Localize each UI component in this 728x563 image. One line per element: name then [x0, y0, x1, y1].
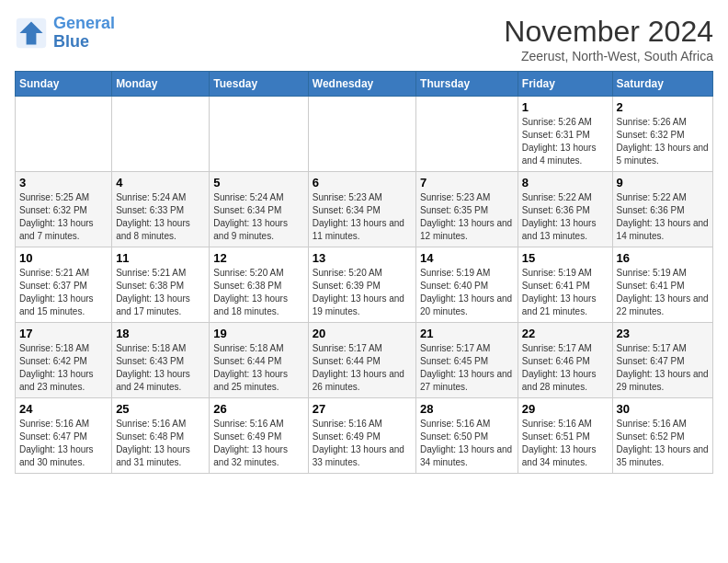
day-number: 13	[313, 251, 412, 265]
day-info: Sunrise: 5:26 AM Sunset: 6:31 PM Dayligh…	[522, 116, 609, 167]
month-title: November 2024	[504, 15, 713, 49]
calendar-cell: 12Sunrise: 5:20 AM Sunset: 6:38 PM Dayli…	[210, 247, 308, 323]
day-info: Sunrise: 5:17 AM Sunset: 6:47 PM Dayligh…	[617, 342, 709, 394]
calendar-cell: 23Sunrise: 5:17 AM Sunset: 6:47 PM Dayli…	[612, 323, 712, 398]
day-info: Sunrise: 5:19 AM Sunset: 6:40 PM Dayligh…	[420, 267, 514, 318]
day-number: 12	[213, 251, 303, 265]
calendar-cell: 25Sunrise: 5:16 AM Sunset: 6:48 PM Dayli…	[112, 398, 210, 474]
day-number: 16	[617, 251, 709, 265]
location: Zeerust, North-West, South Africa	[504, 49, 713, 63]
calendar-table: SundayMondayTuesdayWednesdayThursdayFrid…	[15, 71, 713, 474]
calendar-cell: 16Sunrise: 5:19 AM Sunset: 6:41 PM Dayli…	[612, 247, 712, 323]
day-number: 21	[420, 327, 514, 340]
calendar-cell: 26Sunrise: 5:16 AM Sunset: 6:49 PM Dayli…	[210, 398, 308, 474]
day-number: 25	[116, 402, 205, 416]
logo-icon	[15, 17, 48, 50]
day-header-monday: Monday	[112, 72, 210, 97]
day-info: Sunrise: 5:23 AM Sunset: 6:34 PM Dayligh…	[313, 191, 412, 243]
calendar-cell: 29Sunrise: 5:16 AM Sunset: 6:51 PM Dayli…	[518, 398, 612, 474]
day-number: 18	[116, 327, 205, 340]
logo: General Blue	[15, 15, 115, 52]
day-info: Sunrise: 5:18 AM Sunset: 6:43 PM Dayligh…	[116, 342, 205, 394]
day-number: 27	[313, 402, 412, 416]
day-number: 19	[213, 327, 303, 340]
calendar-week-3: 10Sunrise: 5:21 AM Sunset: 6:37 PM Dayli…	[16, 247, 713, 323]
calendar-cell: 14Sunrise: 5:19 AM Sunset: 6:40 PM Dayli…	[416, 247, 518, 323]
day-info: Sunrise: 5:22 AM Sunset: 6:36 PM Dayligh…	[617, 191, 709, 243]
day-header-wednesday: Wednesday	[308, 72, 415, 97]
calendar-cell	[112, 97, 210, 172]
day-number: 29	[522, 402, 609, 416]
day-number: 14	[420, 251, 514, 265]
calendar-body: 1Sunrise: 5:26 AM Sunset: 6:31 PM Daylig…	[16, 97, 713, 474]
calendar-week-1: 1Sunrise: 5:26 AM Sunset: 6:31 PM Daylig…	[16, 97, 713, 172]
day-info: Sunrise: 5:20 AM Sunset: 6:39 PM Dayligh…	[313, 267, 412, 318]
calendar-cell: 9Sunrise: 5:22 AM Sunset: 6:36 PM Daylig…	[612, 172, 712, 247]
calendar-week-5: 24Sunrise: 5:16 AM Sunset: 6:47 PM Dayli…	[16, 398, 713, 474]
day-header-tuesday: Tuesday	[210, 72, 308, 97]
day-number: 11	[116, 251, 205, 265]
calendar-cell: 8Sunrise: 5:22 AM Sunset: 6:36 PM Daylig…	[518, 172, 612, 247]
day-number: 7	[420, 176, 514, 190]
day-info: Sunrise: 5:17 AM Sunset: 6:45 PM Dayligh…	[420, 342, 514, 394]
calendar-cell: 22Sunrise: 5:17 AM Sunset: 6:46 PM Dayli…	[518, 323, 612, 398]
calendar-cell	[416, 97, 518, 172]
calendar-cell: 5Sunrise: 5:24 AM Sunset: 6:34 PM Daylig…	[210, 172, 308, 247]
day-number: 22	[522, 327, 609, 340]
day-info: Sunrise: 5:24 AM Sunset: 6:34 PM Dayligh…	[213, 191, 303, 243]
day-number: 20	[313, 327, 412, 340]
day-info: Sunrise: 5:16 AM Sunset: 6:50 PM Dayligh…	[420, 418, 514, 469]
day-number: 9	[617, 176, 709, 190]
calendar-cell: 17Sunrise: 5:18 AM Sunset: 6:42 PM Dayli…	[16, 323, 112, 398]
calendar-week-2: 3Sunrise: 5:25 AM Sunset: 6:32 PM Daylig…	[16, 172, 713, 247]
day-info: Sunrise: 5:23 AM Sunset: 6:35 PM Dayligh…	[420, 191, 514, 243]
day-info: Sunrise: 5:16 AM Sunset: 6:47 PM Dayligh…	[19, 418, 108, 469]
calendar-cell: 18Sunrise: 5:18 AM Sunset: 6:43 PM Dayli…	[112, 323, 210, 398]
calendar-week-4: 17Sunrise: 5:18 AM Sunset: 6:42 PM Dayli…	[16, 323, 713, 398]
calendar-cell: 24Sunrise: 5:16 AM Sunset: 6:47 PM Dayli…	[16, 398, 112, 474]
day-number: 23	[617, 327, 709, 340]
day-header-friday: Friday	[518, 72, 612, 97]
calendar-cell: 3Sunrise: 5:25 AM Sunset: 6:32 PM Daylig…	[16, 172, 112, 247]
day-number: 5	[213, 176, 303, 190]
header: General Blue November 2024 Zeerust, Nort…	[15, 15, 713, 63]
calendar-cell: 6Sunrise: 5:23 AM Sunset: 6:34 PM Daylig…	[308, 172, 415, 247]
calendar-cell	[210, 97, 308, 172]
day-info: Sunrise: 5:16 AM Sunset: 6:49 PM Dayligh…	[213, 418, 303, 469]
day-number: 24	[19, 402, 108, 416]
logo-text: General Blue	[53, 15, 115, 52]
day-header-saturday: Saturday	[612, 72, 712, 97]
day-info: Sunrise: 5:18 AM Sunset: 6:44 PM Dayligh…	[213, 342, 303, 394]
calendar-cell	[308, 97, 415, 172]
day-info: Sunrise: 5:21 AM Sunset: 6:38 PM Dayligh…	[116, 267, 205, 318]
day-info: Sunrise: 5:20 AM Sunset: 6:38 PM Dayligh…	[213, 267, 303, 318]
day-info: Sunrise: 5:24 AM Sunset: 6:33 PM Dayligh…	[116, 191, 205, 243]
day-info: Sunrise: 5:16 AM Sunset: 6:52 PM Dayligh…	[617, 418, 709, 469]
day-number: 26	[213, 402, 303, 416]
day-info: Sunrise: 5:22 AM Sunset: 6:36 PM Dayligh…	[522, 191, 609, 243]
day-info: Sunrise: 5:25 AM Sunset: 6:32 PM Dayligh…	[19, 191, 108, 243]
calendar-cell: 10Sunrise: 5:21 AM Sunset: 6:37 PM Dayli…	[16, 247, 112, 323]
day-info: Sunrise: 5:19 AM Sunset: 6:41 PM Dayligh…	[522, 267, 609, 318]
calendar-cell: 19Sunrise: 5:18 AM Sunset: 6:44 PM Dayli…	[210, 323, 308, 398]
day-header-sunday: Sunday	[16, 72, 112, 97]
calendar-header-row: SundayMondayTuesdayWednesdayThursdayFrid…	[16, 72, 713, 97]
day-info: Sunrise: 5:18 AM Sunset: 6:42 PM Dayligh…	[19, 342, 108, 394]
day-number: 28	[420, 402, 514, 416]
day-number: 17	[19, 327, 108, 340]
day-number: 4	[116, 176, 205, 190]
day-number: 2	[617, 100, 709, 114]
day-info: Sunrise: 5:16 AM Sunset: 6:49 PM Dayligh…	[313, 418, 412, 469]
calendar-cell: 30Sunrise: 5:16 AM Sunset: 6:52 PM Dayli…	[612, 398, 712, 474]
calendar-cell: 21Sunrise: 5:17 AM Sunset: 6:45 PM Dayli…	[416, 323, 518, 398]
calendar-cell	[16, 97, 112, 172]
day-number: 15	[522, 251, 609, 265]
day-number: 10	[19, 251, 108, 265]
calendar-cell: 2Sunrise: 5:26 AM Sunset: 6:32 PM Daylig…	[612, 97, 712, 172]
day-info: Sunrise: 5:16 AM Sunset: 6:48 PM Dayligh…	[116, 418, 205, 469]
day-info: Sunrise: 5:26 AM Sunset: 6:32 PM Dayligh…	[617, 116, 709, 167]
calendar-cell: 7Sunrise: 5:23 AM Sunset: 6:35 PM Daylig…	[416, 172, 518, 247]
calendar-cell: 4Sunrise: 5:24 AM Sunset: 6:33 PM Daylig…	[112, 172, 210, 247]
calendar-cell: 20Sunrise: 5:17 AM Sunset: 6:44 PM Dayli…	[308, 323, 415, 398]
title-area: November 2024 Zeerust, North-West, South…	[504, 15, 713, 63]
